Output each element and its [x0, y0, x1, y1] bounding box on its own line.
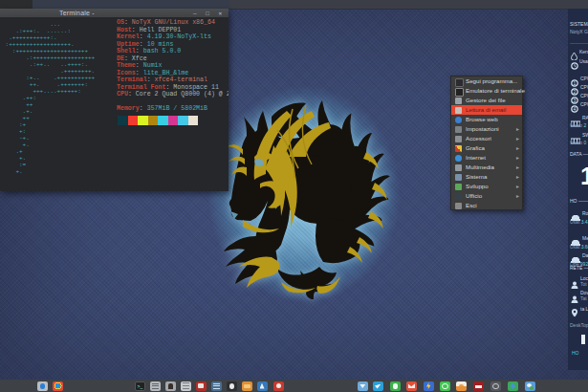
- svg-text:4: 4: [574, 106, 577, 112]
